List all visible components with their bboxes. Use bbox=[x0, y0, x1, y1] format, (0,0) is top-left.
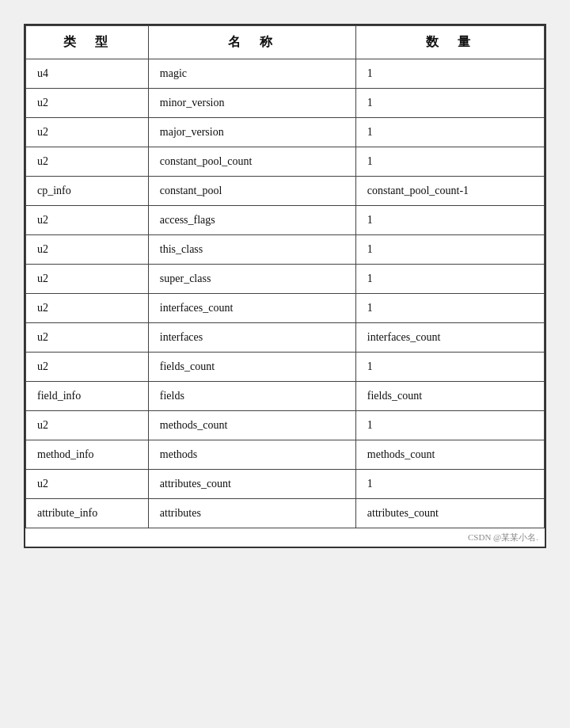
table-cell: 1 bbox=[355, 118, 544, 147]
table-cell: 1 bbox=[355, 89, 544, 118]
col-header-name: 名 称 bbox=[148, 26, 355, 59]
table-cell: constant_pool bbox=[148, 177, 355, 206]
table-row: u4magic1 bbox=[26, 59, 545, 89]
table-cell: attribute_info bbox=[26, 499, 149, 528]
table-cell: attributes bbox=[148, 499, 355, 528]
table-row: u2this_class1 bbox=[26, 235, 545, 265]
table-cell: u2 bbox=[26, 235, 149, 265]
table-cell: fields bbox=[148, 382, 355, 411]
table-cell: fields_count bbox=[355, 382, 544, 411]
table-cell: u2 bbox=[26, 265, 149, 294]
table-cell: attributes_count bbox=[148, 470, 355, 499]
table-row: cp_infoconstant_poolconstant_pool_count-… bbox=[26, 177, 545, 206]
table-cell: major_version bbox=[148, 118, 355, 147]
table-cell: constant_pool_count bbox=[148, 147, 355, 177]
table-cell: 1 bbox=[355, 265, 544, 294]
table-cell: 1 bbox=[355, 206, 544, 235]
table-cell: methods_count bbox=[148, 411, 355, 440]
table-cell: 1 bbox=[355, 59, 544, 89]
table-cell: constant_pool_count-1 bbox=[355, 177, 544, 206]
table-cell: attributes_count bbox=[355, 499, 544, 528]
watermark-text: CSDN @某某小名. bbox=[25, 528, 545, 547]
table-cell: 1 bbox=[355, 353, 544, 382]
col-header-count: 数 量 bbox=[355, 26, 544, 59]
table-cell: super_class bbox=[148, 265, 355, 294]
table-cell: methods_count bbox=[355, 440, 544, 470]
table-cell: minor_version bbox=[148, 89, 355, 118]
table-row: field_infofieldsfields_count bbox=[26, 382, 545, 411]
table-cell: interfaces_count bbox=[355, 323, 544, 353]
table-cell: interfaces_count bbox=[148, 294, 355, 323]
table-cell: access_flags bbox=[148, 206, 355, 235]
table-cell: field_info bbox=[26, 382, 149, 411]
table-row: u2constant_pool_count1 bbox=[26, 147, 545, 177]
table-row: u2minor_version1 bbox=[26, 89, 545, 118]
table-cell: u2 bbox=[26, 411, 149, 440]
table-row: u2methods_count1 bbox=[26, 411, 545, 440]
table-cell: u2 bbox=[26, 89, 149, 118]
table-header-row: 类 型 名 称 数 量 bbox=[26, 26, 545, 59]
table-cell: methods bbox=[148, 440, 355, 470]
table-cell: 1 bbox=[355, 411, 544, 440]
table-cell: cp_info bbox=[26, 177, 149, 206]
table-row: attribute_infoattributesattributes_count bbox=[26, 499, 545, 528]
table-cell: u2 bbox=[26, 294, 149, 323]
table-row: u2access_flags1 bbox=[26, 206, 545, 235]
table-cell: magic bbox=[148, 59, 355, 89]
table-cell: 1 bbox=[355, 235, 544, 265]
table-row: u2fields_count1 bbox=[26, 353, 545, 382]
table-cell: this_class bbox=[148, 235, 355, 265]
table-cell: u2 bbox=[26, 147, 149, 177]
table-row: method_infomethodsmethods_count bbox=[26, 440, 545, 470]
table-cell: u2 bbox=[26, 470, 149, 499]
table-cell: 1 bbox=[355, 470, 544, 499]
table-cell: method_info bbox=[26, 440, 149, 470]
table-cell: u4 bbox=[26, 59, 149, 89]
table-cell: fields_count bbox=[148, 353, 355, 382]
table-row: u2major_version1 bbox=[26, 118, 545, 147]
table-row: u2super_class1 bbox=[26, 265, 545, 294]
table-cell: u2 bbox=[26, 323, 149, 353]
table-cell: u2 bbox=[26, 353, 149, 382]
table-cell: interfaces bbox=[148, 323, 355, 353]
table-cell: u2 bbox=[26, 118, 149, 147]
table-cell: 1 bbox=[355, 147, 544, 177]
table-row: u2interfaces_count1 bbox=[26, 294, 545, 323]
col-header-type: 类 型 bbox=[26, 26, 149, 59]
class-structure-table: 类 型 名 称 数 量 u4magic1u2minor_version1u2ma… bbox=[25, 25, 545, 528]
main-table-container: 类 型 名 称 数 量 u4magic1u2minor_version1u2ma… bbox=[24, 24, 546, 548]
table-row: u2interfacesinterfaces_count bbox=[26, 323, 545, 353]
table-cell: u2 bbox=[26, 206, 149, 235]
table-cell: 1 bbox=[355, 294, 544, 323]
table-row: u2attributes_count1 bbox=[26, 470, 545, 499]
